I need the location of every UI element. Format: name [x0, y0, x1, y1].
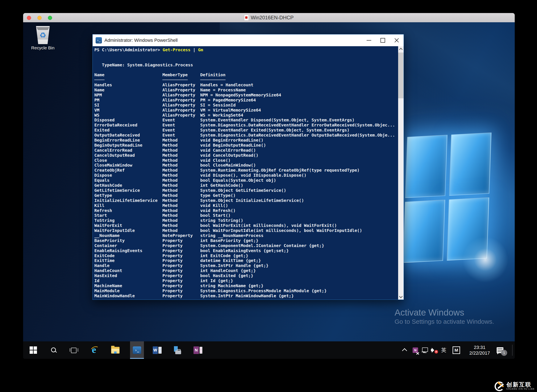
ime-mode-label: M — [453, 346, 460, 354]
internet-explorer-button[interactable]: e — [88, 341, 102, 359]
member-row: WaitForExitMethodbool WaitForExit(int mi… — [94, 223, 398, 228]
clock-time: 23:31 — [464, 345, 495, 350]
powershell-icon: ›_ — [96, 37, 102, 43]
activate-windows-watermark: Activate Windows Go to Settings to activ… — [395, 308, 494, 326]
file-explorer-icon — [111, 347, 120, 354]
table-separator-row: ──────────────────────── — [94, 78, 398, 83]
windows-start-icon — [30, 346, 37, 354]
scroll-up-arrow-icon[interactable] — [398, 46, 404, 52]
member-row: IdPropertyint Id {get;} — [94, 278, 398, 283]
member-row: WaitForInputIdleMethodbool WaitForInputI… — [94, 228, 398, 233]
recycle-bin[interactable]: ♻ Recycle Bin — [30, 26, 56, 50]
cx-logo-icon — [495, 381, 504, 391]
task-view-icon — [70, 348, 77, 353]
watermark-cn-text: 创新互联 — [506, 382, 534, 388]
recycle-bin-icon: ♻ — [35, 26, 51, 44]
file-explorer-button[interactable] — [108, 341, 122, 359]
member-row: __NounNameNotePropertystring __NounName=… — [94, 233, 398, 238]
maximize-button[interactable] — [376, 34, 390, 46]
member-row: ExitedEventSystem.EventHandler Exited(Sy… — [94, 128, 398, 133]
member-row: ToStringMethodstring ToString() — [94, 218, 398, 223]
member-row: MainModulePropertySystem.Diagnostics.Pro… — [94, 289, 398, 294]
member-row: InitializeLifetimeServiceMethodSystem.Ob… — [94, 198, 398, 203]
powershell-title: Administrator: Windows PowerShell — [104, 37, 177, 43]
member-row: EnableRaisingEventsPropertybool EnableRa… — [94, 248, 398, 253]
member-row: HandlePropertySystem.IntPtr Handle {get;… — [94, 263, 398, 268]
member-row: CancelOutputReadMethodvoid CancelOutputR… — [94, 153, 398, 158]
powershell-titlebar[interactable]: ›_ Administrator: Windows PowerShell — [93, 34, 404, 46]
action-center-button[interactable]: 1 — [495, 341, 505, 359]
powershell-console[interactable]: PS C:\Users\Administrator> Get-Process |… — [93, 46, 404, 299]
show-hidden-icons-button[interactable] — [400, 341, 409, 359]
member-row: GetLifetimeServiceMethodSystem.Object Ge… — [94, 188, 398, 193]
member-row: ErrorDataReceivedEventSystem.Diagnostics… — [94, 123, 398, 128]
member-row: BeginErrorReadLineMethodvoid BeginErrorR… — [94, 138, 398, 143]
scroll-down-arrow-icon[interactable] — [398, 294, 404, 299]
onenote-clipper-icon: N — [413, 347, 418, 353]
vm-window: Win2016EN-DHCP ♻ Recycle Bin — [23, 13, 515, 359]
ime-language-indicator[interactable]: 英 — [439, 341, 448, 359]
member-row: HandlesAliasPropertyHandles = Handlecoun… — [94, 83, 398, 88]
member-row: RefreshMethodvoid Refresh() — [94, 208, 398, 213]
server-manager-button[interactable] — [170, 341, 184, 359]
start-button[interactable] — [26, 341, 40, 359]
word-button[interactable]: W — [150, 341, 164, 359]
notification-badge: 1 — [501, 350, 507, 356]
member-row: HasExitedPropertybool HasExited {get;} — [94, 273, 398, 278]
close-button[interactable] — [390, 34, 404, 46]
scrollbar-thumb[interactable] — [398, 52, 404, 98]
table-header-row: NameMemberTypeDefinition — [94, 72, 398, 78]
member-row: SIAliasPropertySI = SessionId — [94, 103, 398, 108]
member-row: ContainerPropertySystem.ComponentModel.I… — [94, 243, 398, 248]
member-row: MachineNamePropertystring MachineName {g… — [94, 283, 398, 289]
onenote-icon: N — [193, 346, 202, 354]
mac-window-title: Win2016EN-DHCP — [251, 15, 294, 21]
watermark-en-text: CHUANG XIN HU LIAN — [506, 388, 534, 390]
taskbar-search-button[interactable] — [47, 341, 61, 359]
internet-explorer-icon: e — [91, 345, 100, 355]
member-row: CreateObjRefMethodSystem.Runtime.Remotin… — [94, 168, 398, 173]
member-row: DisposedEventSystem.EventHandler Dispose… — [94, 118, 398, 123]
ime-language-label: 英 — [441, 347, 446, 354]
member-row: BasePriorityPropertyint BasePriority {ge… — [94, 238, 398, 243]
member-row: CancelErrorReadMethodvoid CancelErrorRea… — [94, 148, 398, 153]
member-row: CloseMainWindowMethodbool CloseMainWindo… — [94, 163, 398, 168]
vm-document-icon — [244, 15, 249, 21]
taskbar-clock[interactable]: 23:31 2/22/2017 — [464, 341, 495, 359]
word-icon: W — [153, 346, 162, 354]
ime-mode-indicator[interactable]: M — [452, 341, 461, 359]
mac-titlebar: Win2016EN-DHCP — [23, 13, 515, 23]
member-row: NameAliasPropertyName = ProcessName — [94, 88, 398, 93]
member-row: PMAliasPropertyPM = PagedMemorySize64 — [94, 98, 398, 103]
member-row: HandleCountPropertyint HandleCount {get;… — [94, 268, 398, 273]
member-row: ExitCodePropertyint ExitCode {get;} — [94, 253, 398, 258]
volume-muted-badge: × — [434, 350, 438, 354]
chevron-up-icon — [402, 348, 407, 353]
command-gm: Gm — [198, 47, 203, 52]
member-row: NPMAliasPropertyNPM = NonpagedSystemMemo… — [94, 93, 398, 98]
minimize-button[interactable] — [362, 34, 376, 46]
onenote-clipper-tray[interactable]: N — [411, 341, 420, 359]
powershell-window: ›_ Administrator: Windows PowerShell PS … — [93, 34, 404, 300]
pipe-symbol: | — [191, 47, 198, 52]
onenote-button[interactable]: N — [191, 341, 205, 359]
member-row: WSAliasPropertyWS = WorkingSet64 — [94, 113, 398, 118]
taskbar-powershell-button-active[interactable]: ›_ — [130, 341, 144, 359]
server-manager-toolbox-icon — [173, 346, 182, 354]
member-row: MainWindowHandlePropertySystem.IntPtr Ma… — [94, 294, 398, 299]
typename-line: TypeName: System.Diagnostics.Process — [94, 63, 398, 68]
site-watermark: 创新互联 CHUANG XIN HU LIAN — [495, 381, 534, 391]
console-output: PS C:\Users\Administrator> Get-Process |… — [93, 46, 398, 299]
volume-tray[interactable]: × — [430, 341, 439, 359]
recycle-bin-label: Recycle Bin — [30, 45, 56, 50]
network-tray[interactable] — [420, 341, 430, 359]
mac-title-group: Win2016EN-DHCP — [23, 13, 515, 22]
member-row: ExitTimePropertydatetime ExitTime {get;} — [94, 258, 398, 263]
task-view-button[interactable] — [67, 341, 80, 359]
member-row: CloseMethodvoid Close() — [94, 158, 398, 163]
powershell-icon: ›_ — [133, 346, 141, 354]
scrollbar[interactable] — [398, 46, 404, 299]
prompt-line: PS C:\Users\Administrator> Get-Process |… — [94, 47, 398, 52]
activate-line2: Go to Settings to activate Windows. — [395, 318, 494, 326]
member-row: GetHashCodeMethodint GetHashCode() — [94, 183, 398, 188]
